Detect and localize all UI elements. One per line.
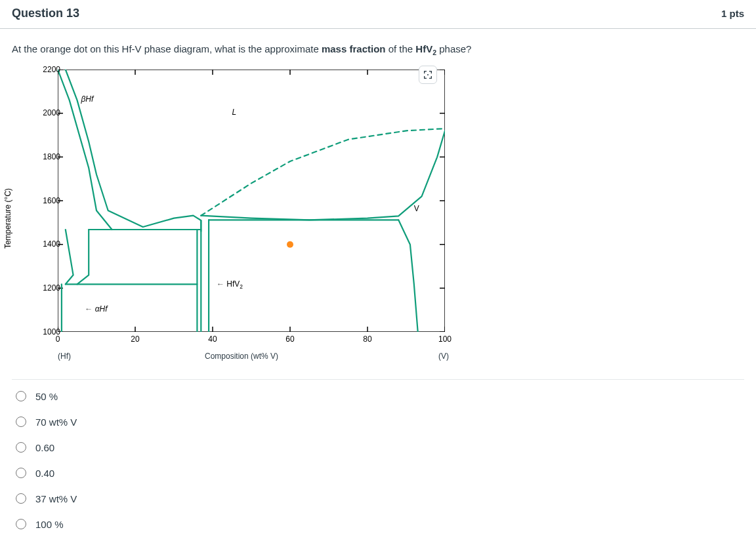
y-tick-label: 2000	[43, 108, 60, 117]
orange-dot-marker	[287, 241, 293, 247]
x-axis-right-endcap: (V)	[438, 352, 449, 361]
stem-text: At the orange dot on this Hf-V phase dia…	[12, 43, 322, 54]
x-tick-label: 0	[56, 335, 60, 344]
answer-label: 50 %	[35, 391, 58, 402]
answer-option[interactable]: 50 %	[12, 384, 744, 409]
question-header: Question 13 1 pts	[0, 0, 756, 29]
svg-rect-0	[58, 70, 445, 332]
stem-text: of the	[385, 43, 415, 54]
answer-radio[interactable]	[16, 391, 26, 401]
question-body: At the orange dot on this Hf-V phase dia…	[0, 29, 756, 542]
y-tick-label: 1200	[43, 283, 60, 293]
phase-label: V	[414, 204, 419, 213]
x-tick-label: 80	[363, 335, 371, 344]
answer-label: 0.40	[35, 468, 54, 479]
answer-radio[interactable]	[16, 493, 26, 504]
x-tick-label: 40	[208, 335, 217, 344]
x-tick-label: 20	[131, 335, 139, 344]
zoom-image-button[interactable]	[419, 66, 437, 84]
stem-text: HfV	[415, 43, 432, 54]
question-points: 1 pts	[721, 8, 744, 19]
phase-label: ← HfV2	[217, 279, 243, 290]
stem-text: phase?	[436, 43, 471, 54]
fullscreen-icon	[423, 70, 433, 80]
answer-label: 100 %	[35, 519, 64, 530]
question-stem: At the orange dot on this Hf-V phase dia…	[12, 42, 744, 58]
phase-diagram-plot	[58, 70, 445, 332]
phase-label: ← αHf	[85, 304, 107, 314]
svg-point-27	[427, 74, 429, 75]
x-tick-label: 100	[438, 335, 452, 344]
y-axis-label: Temperature (°C)	[3, 188, 12, 249]
phase-label: βHf	[81, 94, 93, 104]
answer-label: 0.60	[35, 442, 54, 453]
question-container: Question 13 1 pts At the orange dot on t…	[0, 0, 756, 542]
stem-bold: HfV2	[415, 43, 436, 54]
answer-option[interactable]: 70 wt% V	[12, 409, 744, 435]
answer-label: 37 wt% V	[35, 493, 77, 504]
phase-label: L	[232, 108, 237, 117]
x-tick-label: 60	[285, 335, 294, 344]
y-tick-label: 2200	[43, 65, 60, 74]
stem-bold: mass fraction	[322, 43, 386, 54]
answer-label: 70 wt% V	[35, 417, 77, 428]
y-tick-label: 1600	[43, 196, 60, 205]
answer-option[interactable]: 37 wt% V	[12, 486, 744, 512]
question-title: Question 13	[12, 7, 79, 20]
answers-list: 50 %70 wt% V0.600.4037 wt% V100 %	[12, 379, 744, 537]
x-axis-label: Composition (wt% V)	[205, 352, 278, 361]
y-tick-label: 1800	[43, 152, 60, 161]
x-axis-left-endcap: (Hf)	[58, 352, 71, 361]
answer-option[interactable]: 0.40	[12, 460, 744, 486]
answer-option[interactable]: 100 %	[12, 512, 744, 537]
phase-diagram-figure: Temperature (°C) 10001200140016001800200…	[12, 64, 471, 373]
answer-radio[interactable]	[16, 468, 26, 478]
y-tick-label: 1400	[43, 239, 60, 249]
answer-radio[interactable]	[16, 519, 26, 529]
answer-radio[interactable]	[16, 442, 26, 453]
answer-radio[interactable]	[16, 417, 26, 427]
answer-option[interactable]: 0.60	[12, 435, 744, 460]
